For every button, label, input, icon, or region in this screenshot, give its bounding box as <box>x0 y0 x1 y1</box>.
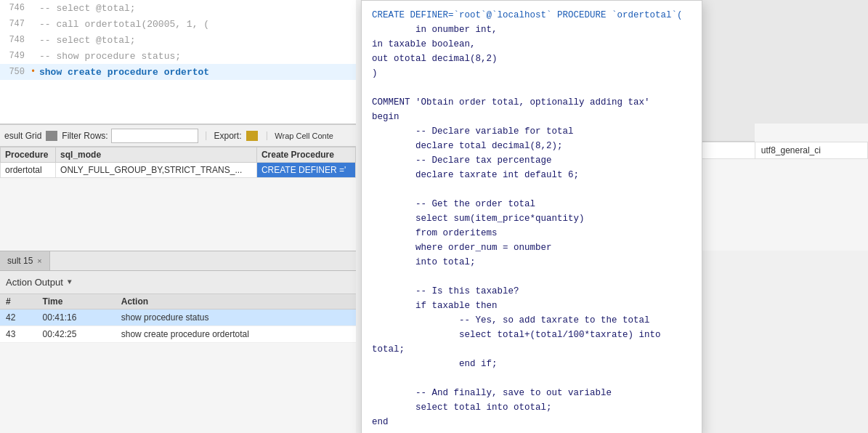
tab-result-15[interactable]: sult 15 × <box>0 251 50 270</box>
action-cell-time: 00:42:25 <box>37 326 115 343</box>
action-cell-action: show procedure status <box>115 309 356 326</box>
tab-bar: sult 15 × <box>0 251 356 271</box>
right-cell-collation: utf8_general_ci <box>755 142 867 159</box>
action-cell-num: 42 <box>0 309 37 326</box>
action-col-action: Action <box>115 294 356 309</box>
result-table: Procedure sql_mode Create Procedure orde… <box>0 147 356 178</box>
table-row[interactable]: ordertotal ONLY_FULL_GROUP_BY,STRICT_TRA… <box>1 163 356 178</box>
filter-rows-label: Filter Rows: <box>62 131 108 141</box>
export-icon[interactable] <box>246 131 258 141</box>
export-label: Export: <box>214 131 242 141</box>
col-create-procedure: Create Procedure <box>256 147 355 163</box>
action-col-time: Time <box>37 294 115 309</box>
col-procedure: Procedure <box>1 147 56 163</box>
code-line-746: 746 -- select @total; <box>0 0 356 16</box>
popup-code-content: CREATE DEFINER=`root`@`localhost` PROCED… <box>372 8 691 429</box>
grid-icon[interactable] <box>46 131 57 141</box>
tab-close-button[interactable]: × <box>37 256 41 265</box>
action-row-42[interactable]: 42 00:41:16 show procedure status <box>0 309 356 326</box>
create-procedure-popup: CREATE DEFINER=`root`@`localhost` PROCED… <box>361 0 702 433</box>
result-grid-area: esult Grid Filter Rows: | Export: | Wrap… <box>0 124 356 251</box>
action-output-dropdown[interactable]: ▼ <box>68 278 72 286</box>
wrap-cell-button[interactable]: Wrap Cell Conte <box>275 131 333 140</box>
col-sql-mode: sql_mode <box>56 147 257 163</box>
tab-label: sult 15 <box>7 256 33 266</box>
action-row-43[interactable]: 43 00:42:25 show create procedure ordert… <box>0 326 356 343</box>
code-line-750: 750 • show create procedure ordertot <box>0 64 356 80</box>
action-output-toolbar: Action Output ▼ <box>0 271 356 294</box>
action-output-area: Action Output ▼ # Time Action 42 00:41:1… <box>0 271 356 433</box>
code-line-747: 747 -- call ordertotal(20005, 1, ( <box>0 16 356 32</box>
result-toolbar: esult Grid Filter Rows: | Export: | Wrap… <box>0 125 356 147</box>
cell-create-proc: CREATE DEFINER =' <box>256 163 355 178</box>
action-col-num: # <box>0 294 37 309</box>
action-output-label: Action Output <box>6 277 63 288</box>
code-line-749: 749 -- show procedure status; <box>0 48 356 64</box>
action-cell-num: 43 <box>0 326 37 343</box>
action-cell-action: show create procedure ordertotal <box>115 326 356 343</box>
cell-sql-mode: ONLY_FULL_GROUP_BY,STRICT_TRANS_... <box>56 163 257 178</box>
action-cell-time: 00:41:16 <box>37 309 115 326</box>
result-grid-label: esult Grid <box>4 131 41 141</box>
code-line-748: 748 -- select @total; <box>0 32 356 48</box>
action-table: # Time Action 42 00:41:16 show procedure… <box>0 294 356 343</box>
code-editor[interactable]: 746 -- select @total; 747 -- call ordert… <box>0 0 356 124</box>
cell-procedure: ordertotal <box>1 163 56 178</box>
filter-rows-input[interactable] <box>111 129 198 143</box>
